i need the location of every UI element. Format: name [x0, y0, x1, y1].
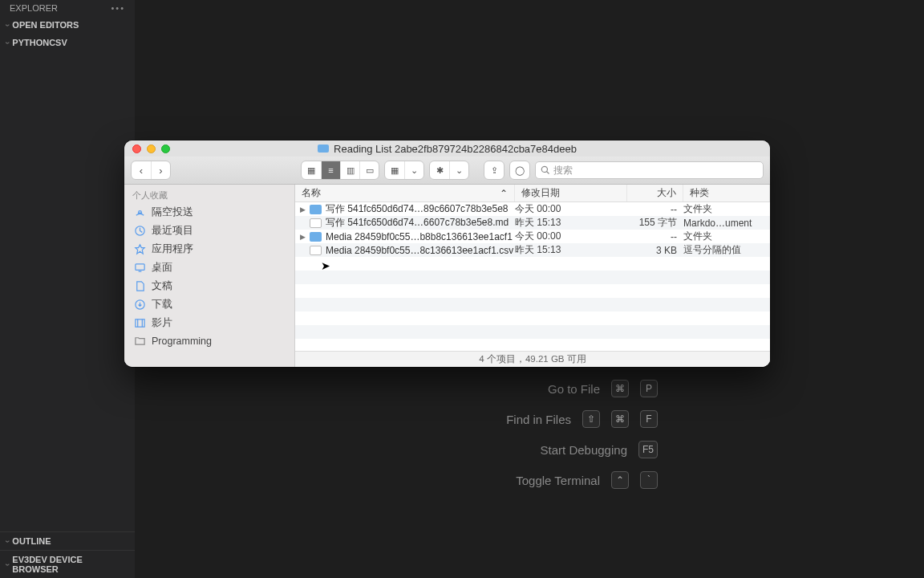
- forward-button[interactable]: ›: [151, 161, 170, 179]
- minimize-icon[interactable]: [147, 144, 156, 153]
- window-controls: [132, 144, 170, 153]
- key-shift-icon: ⇧: [582, 410, 600, 428]
- share-button[interactable]: ⇪: [484, 161, 505, 180]
- disclosure-triangle-icon[interactable]: ▶: [295, 233, 310, 241]
- sidebar-desktop[interactable]: 桌面: [124, 258, 294, 277]
- file-icon: [310, 246, 322, 255]
- key-p: P: [640, 380, 658, 397]
- hint-terminal: Toggle Terminal ⌃ `: [321, 465, 658, 495]
- sidebar-explorer-header: EXPLORER •••: [0, 0, 135, 16]
- folder-icon: [310, 232, 322, 242]
- folder-icon: [318, 144, 329, 153]
- key-cmd-icon: ⌘: [611, 380, 629, 397]
- disclosure-triangle-icon[interactable]: ▶: [295, 206, 310, 214]
- sidebar-documents[interactable]: 文稿: [124, 277, 294, 295]
- sidebar-downloads[interactable]: 下载: [124, 295, 294, 314]
- tag-icon: ◯: [510, 161, 529, 179]
- view-switcher: ▦ ≡ ▥ ▭: [301, 161, 379, 180]
- finder-sidebar: 个人收藏 隔空投送 最近项目 应用程序 桌面 文稿 下载 影片 Programm…: [124, 185, 295, 367]
- col-date[interactable]: 修改日期: [515, 185, 627, 201]
- sidebar-open-editors[interactable]: OPEN EDITORS: [0, 16, 135, 34]
- hint-debug: Start Debugging F5: [321, 434, 658, 465]
- explorer-more-icon[interactable]: •••: [111, 3, 125, 13]
- col-name[interactable]: 名称⌃: [295, 185, 515, 201]
- chevron-down-icon: ⌄: [449, 161, 468, 179]
- file-size: 155 字节: [627, 216, 683, 230]
- search-input[interactable]: 搜索: [535, 161, 764, 179]
- key-ctrl-icon: ⌃: [611, 471, 629, 489]
- sidebar-recents[interactable]: 最近项目: [124, 222, 294, 240]
- gallery-view-button[interactable]: ▭: [359, 161, 379, 179]
- desktop-icon: [134, 262, 146, 274]
- download-icon: [134, 299, 146, 311]
- sidebar-apps[interactable]: 应用程序: [124, 240, 294, 258]
- share-icon: ⇪: [484, 161, 504, 179]
- nav-buttons: ‹ ›: [131, 161, 171, 180]
- vscode-sidebar: EXPLORER ••• OPEN EDITORS PYTHONCSV OUTL…: [0, 0, 135, 578]
- file-date: 今天 00:00: [515, 202, 627, 216]
- back-button[interactable]: ‹: [132, 161, 151, 179]
- hint-findfiles: Find in Files ⇧ ⌘ F: [321, 404, 658, 434]
- file-kind: Markdo…ument: [683, 218, 770, 229]
- file-row[interactable]: ▶Media 28459bf0c55…b8b8c136613ee1acf1今天 …: [295, 230, 770, 243]
- search-icon: [541, 165, 550, 175]
- file-size: 3 KB: [627, 245, 683, 256]
- column-headers: 名称⌃ 修改日期 大小 种类: [295, 185, 770, 202]
- key-f5: F5: [638, 441, 658, 458]
- sidebar-programming[interactable]: Programming: [124, 332, 294, 349]
- titlebar[interactable]: Reading List 2abe2fb879724b2286842cba7e8…: [124, 140, 770, 157]
- file-name: 写作 541fc650d6d74…89c6607c78b3e5e8: [326, 202, 515, 216]
- sidebar-project[interactable]: PYTHONCSV: [0, 34, 135, 51]
- file-rows: ▶写作 541fc650d6d74…89c6607c78b3e5e8今天 00:…: [295, 202, 770, 351]
- finder-window: Reading List 2abe2fb879724b2286842cba7e8…: [124, 140, 770, 367]
- icon-view-button[interactable]: ▦: [302, 161, 321, 179]
- key-backtick: `: [640, 471, 658, 489]
- sidebar-movies[interactable]: 影片: [124, 314, 294, 332]
- column-view-button[interactable]: ▥: [340, 161, 359, 179]
- airdrop-icon: [134, 206, 146, 218]
- sort-asc-icon: ⌃: [500, 188, 508, 199]
- key-cmd-icon: ⌘: [611, 410, 629, 428]
- sidebar-ev3[interactable]: EV3DEV DEVICE BROWSER: [0, 550, 135, 578]
- file-row[interactable]: ▶写作 541fc650d6d74…89c6607c78b3e5e8今天 00:…: [295, 202, 770, 216]
- apps-icon: [134, 243, 146, 255]
- document-icon: [134, 280, 146, 292]
- tags-button[interactable]: ◯: [509, 161, 530, 180]
- file-size: --: [627, 231, 683, 242]
- file-kind: 文件夹: [683, 230, 770, 243]
- file-row[interactable]: Media 28459bf0c55…8c136613ee1acf1.csv昨天 …: [295, 243, 770, 257]
- grid-icon: ▦: [385, 161, 404, 179]
- sidebar-airdrop[interactable]: 隔空投送: [124, 203, 294, 222]
- folder-icon: [310, 205, 322, 214]
- window-title: Reading List 2abe2fb879724b2286842cba7e8…: [334, 143, 577, 155]
- welcome-hints: Go to File ⌘ P Find in Files ⇧ ⌘ F Start…: [321, 373, 658, 495]
- toolbar: ‹ › ▦ ≡ ▥ ▭ ▦⌄ ✱⌄ ⇪ ◯ 搜索: [124, 157, 770, 185]
- col-kind[interactable]: 种类: [683, 185, 770, 201]
- zoom-icon[interactable]: [161, 144, 170, 153]
- file-size: --: [627, 204, 683, 215]
- file-list-pane: 名称⌃ 修改日期 大小 种类 ▶写作 541fc650d6d74…89c6607…: [295, 185, 770, 367]
- key-f: F: [640, 410, 658, 428]
- action-menu[interactable]: ✱⌄: [429, 161, 469, 180]
- clock-icon: [134, 225, 146, 237]
- file-name: Media 28459bf0c55…8c136613ee1acf1.csv: [326, 245, 515, 256]
- file-row[interactable]: 写作 541fc650d6d74…6607c78b3e5e8.md昨天 15:1…: [295, 216, 770, 230]
- sidebar-outline[interactable]: OUTLINE: [0, 531, 135, 550]
- file-kind: 文件夹: [683, 202, 770, 216]
- group-menu[interactable]: ▦⌄: [384, 161, 424, 180]
- file-name: Media 28459bf0c55…b8b8c136613ee1acf1: [326, 231, 515, 242]
- file-date: 昨天 15:13: [515, 216, 627, 230]
- file-kind: 逗号分隔的值: [683, 243, 770, 257]
- favorites-header: 个人收藏: [124, 187, 294, 203]
- status-bar: 4 个项目，49.21 GB 可用: [295, 351, 770, 367]
- chevron-down-icon: ⌄: [404, 161, 424, 179]
- svg-rect-4: [136, 320, 144, 327]
- col-size[interactable]: 大小: [627, 185, 683, 201]
- movie-icon: [134, 317, 146, 329]
- file-date: 今天 00:00: [515, 230, 627, 243]
- explorer-label: EXPLORER: [10, 3, 58, 13]
- file-date: 昨天 15:13: [515, 243, 627, 257]
- hint-gotofile: Go to File ⌘ P: [321, 373, 658, 404]
- close-icon[interactable]: [132, 144, 141, 153]
- list-view-button[interactable]: ≡: [321, 161, 340, 179]
